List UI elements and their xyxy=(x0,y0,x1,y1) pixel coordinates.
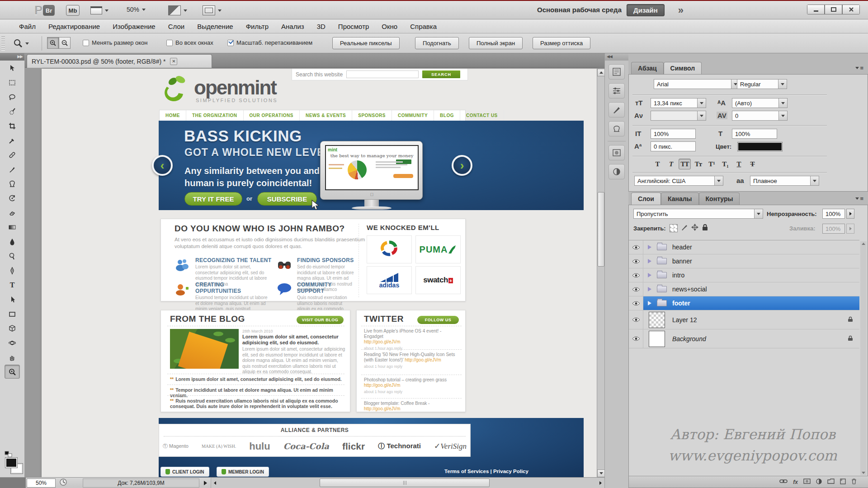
small-caps-button[interactable]: Tт xyxy=(692,159,704,169)
dock-adjust-sliders-panel-icon[interactable] xyxy=(609,83,625,99)
dock-brushes-panel-icon[interactable] xyxy=(609,102,625,117)
menu-analysis[interactable]: Анализ xyxy=(275,23,311,30)
marquee-tool[interactable] xyxy=(5,75,20,89)
all-windows-checkbox[interactable]: Во всех окнах xyxy=(166,39,213,46)
scroll-down-icon[interactable] xyxy=(862,472,865,474)
strikethrough-button[interactable]: T xyxy=(746,159,759,169)
pen-tool[interactable] xyxy=(5,263,20,277)
horizontal-scroll-thumb[interactable] xyxy=(320,479,490,487)
history-brush-tool[interactable] xyxy=(5,191,20,205)
visibility-eye-icon[interactable] xyxy=(629,254,643,268)
current-tool-zoom[interactable] xyxy=(13,37,33,50)
brush-tool[interactable] xyxy=(5,162,20,176)
dock-history-panel-icon[interactable] xyxy=(609,64,625,80)
dock-masks-panel-icon[interactable] xyxy=(609,145,625,160)
tracking-select[interactable]: 0 xyxy=(732,111,788,121)
panel-menu-icon[interactable]: ≡ xyxy=(855,65,863,71)
layer-row-background[interactable]: Background xyxy=(629,329,859,348)
eraser-tool[interactable] xyxy=(5,206,20,220)
group-expand-icon[interactable] xyxy=(648,301,651,305)
tab-paragraph[interactable]: Абзац xyxy=(631,62,664,74)
canvas-vertical-scrollbar[interactable] xyxy=(597,69,604,477)
zoom-out-toggle[interactable] xyxy=(59,37,71,49)
new-layer-icon[interactable] xyxy=(840,479,846,486)
layer-style-fx-icon[interactable]: fx xyxy=(793,479,798,485)
menu-window[interactable]: Окно xyxy=(375,23,404,30)
status-menu-arrow-icon[interactable] xyxy=(204,481,207,485)
layer-thumbnail[interactable] xyxy=(649,331,665,347)
panel-menu-icon[interactable]: ≡ xyxy=(855,195,863,202)
scroll-left-icon[interactable] xyxy=(214,481,216,485)
lock-transparency-icon[interactable] xyxy=(670,224,678,232)
3d-object-rotate-tool[interactable] xyxy=(5,321,20,335)
zoom-level-dropdown[interactable]: 50% xyxy=(127,6,146,13)
superscript-button[interactable]: T¹ xyxy=(706,159,718,169)
faux-italic-button[interactable]: T xyxy=(665,159,677,169)
layer-row-layer12[interactable]: Layer 12 xyxy=(629,310,859,329)
group-expand-icon[interactable] xyxy=(648,273,651,277)
dock-adjustments-panel-icon[interactable] xyxy=(609,164,625,179)
scroll-right-icon[interactable] xyxy=(599,481,602,485)
group-expand-icon[interactable] xyxy=(648,287,651,291)
tab-channels[interactable]: Каналы xyxy=(661,192,699,205)
close-button[interactable] xyxy=(842,5,860,14)
layer-row-footer-selected[interactable]: footer xyxy=(629,296,859,310)
actual-pixels-button[interactable]: Реальные пикселы xyxy=(332,37,400,49)
layer-thumbnail[interactable] xyxy=(649,312,665,328)
opacity-field[interactable]: 100% xyxy=(822,209,845,219)
status-doc-size[interactable]: Док: 7,26M/103,9M xyxy=(83,479,199,488)
adjustment-layer-icon[interactable] xyxy=(816,479,822,486)
tab-character[interactable]: Символ xyxy=(664,62,702,74)
clone-stamp-tool[interactable] xyxy=(5,177,20,191)
visibility-eye-icon[interactable] xyxy=(629,310,643,329)
lock-all-icon[interactable] xyxy=(702,224,708,232)
zoom-in-toggle[interactable] xyxy=(47,37,59,49)
scroll-down-icon[interactable] xyxy=(597,469,605,477)
lock-paint-icon[interactable] xyxy=(681,224,688,232)
horizontal-scale-field[interactable]: 100% xyxy=(732,129,777,139)
vertical-scale-field[interactable]: 100% xyxy=(651,129,696,139)
layer-row-header[interactable]: header xyxy=(629,240,859,254)
font-style-select[interactable]: Regular xyxy=(737,79,787,89)
link-layers-icon[interactable] xyxy=(779,479,788,485)
menu-filter[interactable]: Фильтр xyxy=(240,23,275,30)
path-selection-tool[interactable] xyxy=(5,292,20,306)
baseline-shift-field[interactable]: 0 пикс. xyxy=(651,141,696,151)
leading-select[interactable]: (Авто) xyxy=(732,98,788,108)
visibility-eye-icon[interactable] xyxy=(629,240,643,254)
minimize-button[interactable] xyxy=(807,5,825,14)
menu-layers[interactable]: Слои xyxy=(162,23,191,30)
all-caps-button[interactable]: TT xyxy=(679,159,691,169)
menu-select[interactable]: Выделение xyxy=(191,23,239,30)
layer-row-news-social[interactable]: news+social xyxy=(629,282,859,296)
menu-image[interactable]: Изображение xyxy=(106,23,162,30)
tab-layers[interactable]: Слои xyxy=(631,192,661,205)
foreground-color-swatch[interactable] xyxy=(5,458,17,468)
vertical-scroll-thumb[interactable] xyxy=(598,192,604,267)
layer-row-intro[interactable]: intro xyxy=(629,268,859,282)
lasso-tool[interactable] xyxy=(5,90,20,104)
group-expand-icon[interactable] xyxy=(648,245,651,249)
eyedropper-tool[interactable] xyxy=(5,133,20,147)
full-screen-button[interactable]: Полный экран xyxy=(469,37,523,49)
font-family-select[interactable]: Arial xyxy=(654,79,740,89)
print-size-button[interactable]: Размер оттиска xyxy=(533,37,590,49)
arrange-documents-dropdown[interactable] xyxy=(168,5,187,15)
crop-tool[interactable] xyxy=(5,119,20,133)
screen-mode-dropdown[interactable] xyxy=(203,5,222,15)
type-tool[interactable]: T xyxy=(5,278,20,292)
quick-selection-tool[interactable] xyxy=(5,104,20,118)
workspace-design-button[interactable]: Дизайн xyxy=(627,4,665,16)
document-canvas[interactable]: Search this website SEARCH openmint SIMP… xyxy=(42,69,597,477)
dodge-tool[interactable] xyxy=(5,249,20,263)
tab-close-icon[interactable]: ✕ xyxy=(170,58,177,65)
shape-tool[interactable] xyxy=(5,307,20,321)
hand-tool[interactable] xyxy=(5,350,20,364)
bridge-button[interactable]: Br xyxy=(43,5,55,16)
minibridge-button[interactable]: Mb xyxy=(66,5,80,16)
scroll-up-icon[interactable] xyxy=(597,69,605,76)
document-tab[interactable]: RYL-TEM-00003.psd @ 50% (footer, RGB/8#)… xyxy=(27,54,212,68)
blur-tool[interactable] xyxy=(5,235,20,249)
gradient-tool[interactable] xyxy=(5,220,20,234)
text-color-swatch[interactable] xyxy=(737,142,783,151)
